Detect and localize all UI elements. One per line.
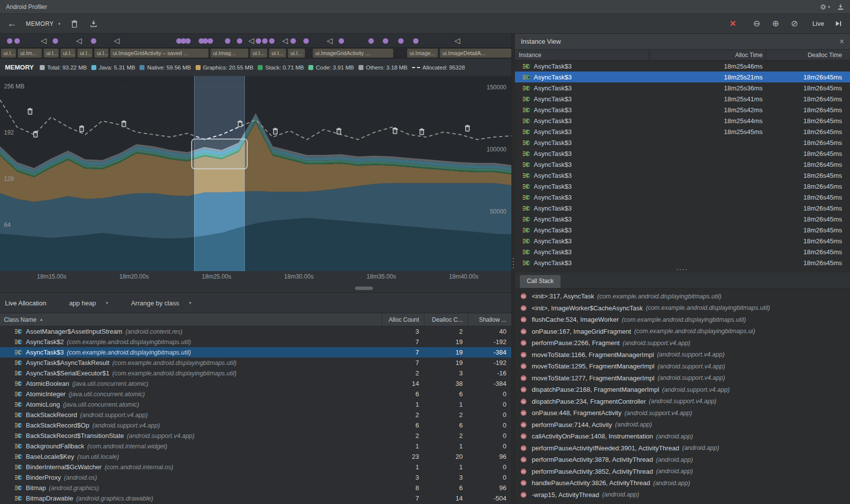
class-row[interactable]: BackgroundFallback(com.android.internal.… — [0, 441, 511, 451]
class-row[interactable]: AtomicInteger(java.util.concurrent.atomi… — [0, 389, 511, 399]
instance-row[interactable]: AsyncTask$318m25s36ms18m26s45ms — [515, 82, 850, 93]
class-row[interactable]: AsyncTask$AsyncTaskResult(com.example.an… — [0, 358, 511, 368]
stack-frame-row[interactable]: monPause:448, FragmentActivity(android.s… — [515, 407, 850, 419]
class-row[interactable]: Bitmap(android.graphics)8696 — [0, 483, 511, 493]
instance-row[interactable]: AsyncTask$318m25s21ms18m26s45ms — [515, 72, 850, 82]
class-row[interactable]: AtomicBoolean(java.util.concurrent.atomi… — [0, 378, 511, 389]
class-package: (com.android.internal.os) — [105, 464, 173, 471]
arrange-select[interactable]: Arrange by class ▾ — [131, 299, 191, 307]
frame-package: (android.app) — [653, 480, 690, 487]
stack-frame-row[interactable]: mperformPause:2266, Fragment(android.sup… — [515, 337, 850, 349]
trash-icon — [71, 20, 78, 28]
class-row[interactable]: BackStackRecord$TransitionState(android.… — [0, 431, 511, 441]
stack-frame-row[interactable]: mmoveToState:1166, FragmentManagerImpl(a… — [515, 349, 850, 361]
class-icon — [15, 349, 22, 356]
heap-select[interactable]: app heap ▾ — [69, 299, 108, 307]
instance-row[interactable]: AsyncTask$318m26s45ms — [515, 257, 850, 267]
stack-frame-row[interactable]: monPause:167, ImageGridFragment(com.exam… — [515, 326, 850, 338]
horizontal-splitter[interactable] — [515, 267, 850, 273]
tab-call-stack[interactable]: Call Stack — [520, 275, 561, 288]
activity-event-timeline[interactable]: ◁◁◁◁◁◁◁ — [0, 34, 511, 48]
stage-select[interactable]: MEMORY ▾ — [26, 20, 61, 27]
instance-icon — [523, 194, 530, 201]
stack-frame-row[interactable]: mmoveToState:1277, FragmentManagerImpl(a… — [515, 372, 850, 384]
class-row[interactable]: AsyncTask$2(com.example.android.displayi… — [0, 337, 511, 347]
alloc-count: 23 — [382, 453, 424, 460]
end-session-button[interactable]: × — [728, 18, 738, 29]
column-instance[interactable]: Instance — [515, 52, 649, 59]
instance-row[interactable]: AsyncTask$318m26s45ms — [515, 235, 850, 246]
stack-frame-row[interactable]: mdispatchPause:2168, FragmentManagerImpl… — [515, 384, 850, 396]
instance-row[interactable]: AsyncTask$318m26s45ms — [515, 192, 850, 203]
gc-trash-icon — [237, 120, 243, 127]
instance-icon — [523, 95, 530, 103]
column-shallow-size[interactable]: Shallow ... — [468, 313, 511, 326]
stack-frame-row[interactable]: mcallActivityOnPause:1408, Instrumentati… — [515, 431, 850, 442]
force-gc-button[interactable] — [70, 20, 79, 28]
gc-trash-icon — [78, 125, 85, 132]
close-instance-view-button[interactable]: × — [840, 37, 844, 46]
stack-frame-row[interactable]: mperformPauseActivity:3878, ActivityThre… — [515, 454, 850, 466]
zoom-out-button[interactable]: ⊖ — [752, 18, 762, 29]
class-row[interactable]: BackStackRecord$Op(android.support.v4.ap… — [0, 420, 511, 431]
instance-row[interactable]: AsyncTask$318m26s45ms — [515, 224, 850, 235]
class-row[interactable]: AsyncTask$SerialExecutor$1(com.example.a… — [0, 368, 511, 378]
export-heap-button[interactable] — [88, 20, 98, 27]
instance-row[interactable]: AsyncTask$318m26s45ms — [515, 246, 850, 257]
alloc-time: 18m25s44ms — [649, 117, 766, 125]
svg-text:m: m — [522, 492, 525, 497]
instance-row[interactable]: AsyncTask$318m26s45ms — [515, 203, 850, 214]
zoom-in-button[interactable]: ⊕ — [771, 18, 780, 29]
time-range-selection[interactable] — [194, 76, 245, 271]
class-row[interactable]: BinderInternal$GcWatcher(com.android.int… — [0, 462, 511, 472]
dealloc-time: 18m26s45ms — [766, 183, 850, 190]
class-row[interactable]: AssetManager$AssetInputStream(android.co… — [0, 326, 511, 337]
instance-row[interactable]: AsyncTask$318m25s42ms18m26s45ms — [515, 104, 850, 115]
instance-row[interactable]: AsyncTask$318m25s44ms18m26s45ms — [515, 115, 850, 126]
stack-frame-row[interactable]: mperformPause:7144, Activity(android.app… — [515, 419, 850, 431]
class-row[interactable]: AtomicLong(java.util.concurrent.atomic)1… — [0, 399, 511, 410]
class-row[interactable]: BitmapDrawable(android.graphics.drawable… — [0, 493, 511, 504]
stack-frame-row[interactable]: mperformPauseActivityIfNeeded:3901, Acti… — [515, 442, 850, 454]
instance-row[interactable]: AsyncTask$318m25s41ms18m26s45ms — [515, 93, 850, 104]
selection-handle[interactable] — [191, 139, 248, 169]
column-class-name[interactable]: Class Name ▲ — [0, 316, 382, 323]
instance-row[interactable]: AsyncTask$318m25s45ms18m26s45ms — [515, 126, 850, 137]
instance-row[interactable]: AsyncTask$318m25s46ms — [515, 61, 850, 72]
stack-frame-row[interactable]: mhandlePauseActivity:3826, ActivityThrea… — [515, 477, 850, 489]
instance-row[interactable]: AsyncTask$318m26s45ms — [515, 170, 850, 181]
class-row[interactable]: AsyncTask$3(com.example.android.displayi… — [0, 347, 511, 358]
stack-frame-row[interactable]: m<init>:317, AsyncTask(com.example.andro… — [515, 290, 850, 302]
stack-frame-row[interactable]: m-wrap15, ActivityThread(android.app) — [515, 489, 850, 501]
stack-frame-row[interactable]: mmoveToState:1295, FragmentManagerImpl(a… — [515, 360, 850, 372]
go-live-button[interactable] — [833, 20, 843, 27]
instance-row[interactable]: AsyncTask$318m26s45ms — [515, 214, 850, 224]
instance-row[interactable]: AsyncTask$318m26s45ms — [515, 159, 850, 170]
stack-frame-row[interactable]: mdispatchPause:234, FragmentController(a… — [515, 396, 850, 408]
activity-event-dot — [368, 38, 374, 44]
instance-row[interactable]: AsyncTask$318m26s45ms — [515, 148, 850, 159]
scrollbar-thumb[interactable] — [355, 287, 373, 290]
class-row[interactable]: BackStackRecord(android.support.v4.app)2… — [0, 410, 511, 420]
class-row[interactable]: BinderProxy(android.os)330 — [0, 472, 511, 483]
memory-chart[interactable]: 256 MB1921286415000010000050000 — [0, 76, 511, 271]
column-dealloc-count[interactable]: Dealloc C... — [424, 313, 468, 326]
rotation-event-icon: ◁ — [327, 36, 333, 46]
stack-frame-row[interactable]: m<init>, ImageWorker$CacheAsyncTask(com.… — [515, 302, 850, 314]
instance-row[interactable]: AsyncTask$318m26s45ms — [515, 137, 850, 148]
settings-gear-button[interactable]: ▾ — [820, 3, 830, 10]
back-button[interactable]: ← — [7, 18, 17, 29]
stack-frame-row[interactable]: mperformPauseActivity:3852, ActivityThre… — [515, 466, 850, 478]
import-session-button[interactable] — [837, 3, 844, 10]
timeline-scrollbar[interactable] — [0, 283, 511, 293]
column-alloc-time[interactable]: Alloc Time — [649, 50, 766, 60]
class-row[interactable]: BaseLocale$Key(sun.util.locale)232096 — [0, 451, 511, 462]
alloc-count: 7 — [382, 338, 424, 346]
column-dealloc-time[interactable]: Dealloc Time — [766, 50, 850, 60]
instance-row[interactable]: AsyncTask$318m26s45ms — [515, 181, 850, 192]
alloc-time: 18m25s46ms — [649, 63, 766, 70]
vertical-splitter[interactable] — [511, 34, 515, 504]
stack-frame-row[interactable]: mflushCache:524, ImageWorker(com.example… — [515, 314, 850, 326]
column-alloc-count[interactable]: Alloc Count — [382, 313, 424, 326]
reset-zoom-button[interactable]: ⊘ — [789, 18, 799, 29]
